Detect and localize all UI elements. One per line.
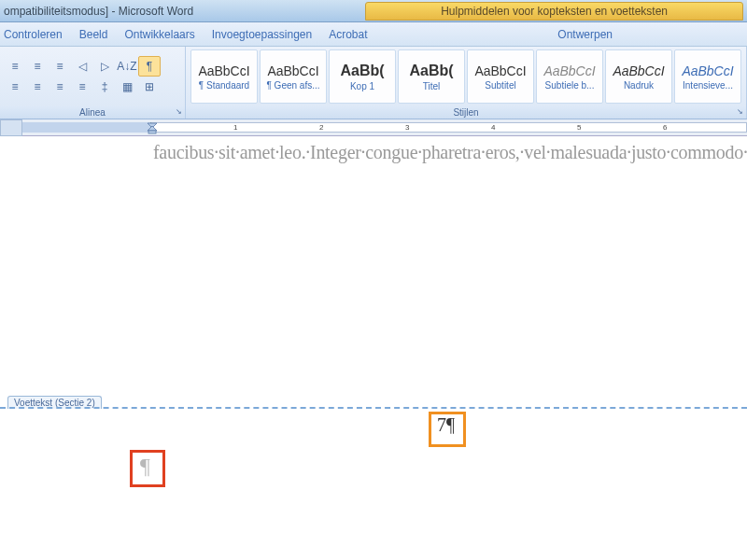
tab-acrobat[interactable]: Acrobat	[329, 28, 367, 41]
tab-ontwikkelaars[interactable]: Ontwikkelaars	[124, 28, 194, 41]
group-alinea: ≡ ≡ ≡ ◁ ▷ A↓Z ¶ ≡ ≡ ≡ ≡ ‡ ▦ ⊞	[0, 47, 186, 119]
indent-marker-icon[interactable]	[148, 119, 157, 134]
style-subtiele-benadrukking[interactable]: AaBbCcISubtiele b...	[536, 49, 603, 104]
tab-beeld[interactable]: Beeld	[79, 28, 108, 41]
ribbon: ≡ ≡ ≡ ◁ ▷ A↓Z ¶ ≡ ≡ ≡ ≡ ‡ ▦ ⊞	[0, 47, 747, 119]
numbering-button[interactable]: ≡	[26, 56, 49, 77]
borders-button[interactable]: ⊞	[138, 77, 161, 97]
align-justify-button[interactable]: ≡	[71, 77, 93, 97]
alinea-launcher-icon[interactable]: ↘	[174, 107, 183, 117]
style-geen-afstand[interactable]: AaBbCcI¶ Geen afs...	[260, 49, 327, 104]
style-nadruk[interactable]: AaBbCcINadruk	[605, 49, 672, 104]
increase-indent-button[interactable]: ▷	[93, 56, 116, 77]
ribbon-tabs: Controleren Beeld Ontwikkelaars Invoegto…	[0, 22, 747, 47]
document-area[interactable]: faucibus·sit·amet·leo.·Integer·congue·ph…	[0, 136, 747, 560]
page-number-field[interactable]: 7¶	[437, 414, 455, 436]
group-stijlen: AaBbCcI¶ Standaard AaBbCcI¶ Geen afs... …	[186, 47, 747, 119]
window-title: ompatibiliteitsmodus] - Microsoft Word	[4, 5, 193, 18]
align-right-button[interactable]: ≡	[49, 77, 71, 97]
alinea-buttons: ≡ ≡ ≡ ◁ ▷ A↓Z ¶ ≡ ≡ ≡ ≡ ‡ ▦ ⊞	[0, 47, 185, 106]
line-spacing-button[interactable]: ‡	[93, 77, 116, 97]
style-titel[interactable]: AaBb(Titel	[398, 49, 465, 104]
contextual-tab-header-footer: Hulpmiddelen voor kopteksten en voetteks…	[365, 2, 743, 21]
show-formatting-button[interactable]: ¶	[138, 56, 161, 77]
decrease-indent-button[interactable]: ◁	[71, 56, 93, 77]
styles-gallery[interactable]: AaBbCcI¶ Standaard AaBbCcI¶ Geen afs... …	[186, 47, 746, 106]
group-label-stijlen: Stijlen ↘	[186, 106, 746, 119]
sort-button[interactable]: A↓Z	[116, 56, 138, 77]
title-bar: ompatibiliteitsmodus] - Microsoft Word H…	[0, 0, 747, 22]
footer-boundary	[0, 407, 747, 409]
multilevel-list-button[interactable]: ≡	[49, 56, 71, 77]
tab-invoegtoepassingen[interactable]: Invoegtoepassingen	[212, 28, 312, 41]
style-intensieve[interactable]: AaBbCcIIntensieve...	[674, 49, 741, 104]
tab-selector[interactable]	[0, 119, 22, 136]
style-standaard[interactable]: AaBbCcI¶ Standaard	[190, 49, 258, 104]
body-text: faucibus·sit·amet·leo.·Integer·congue·ph…	[153, 138, 738, 166]
stijlen-launcher-icon[interactable]: ↘	[735, 107, 744, 117]
group-label-alinea: Alinea ↘	[0, 106, 185, 119]
tab-controleren[interactable]: Controleren	[4, 28, 63, 41]
svg-marker-1	[148, 126, 157, 131]
style-kop-1[interactable]: AaBb(Kop 1	[329, 49, 396, 104]
bullets-button[interactable]: ≡	[4, 56, 26, 77]
horizontal-ruler[interactable]: 1 2 3 4 5 6	[0, 119, 747, 136]
paragraph-mark-icon: ¶	[140, 454, 150, 479]
style-subtitel[interactable]: AaBbCcISubtitel	[467, 49, 534, 104]
tab-ontwerpen[interactable]: Ontwerpen	[557, 28, 613, 41]
svg-rect-2	[148, 131, 156, 133]
shading-button[interactable]: ▦	[116, 77, 138, 97]
align-left-button[interactable]: ≡	[4, 77, 26, 97]
align-center-button[interactable]: ≡	[26, 77, 49, 97]
